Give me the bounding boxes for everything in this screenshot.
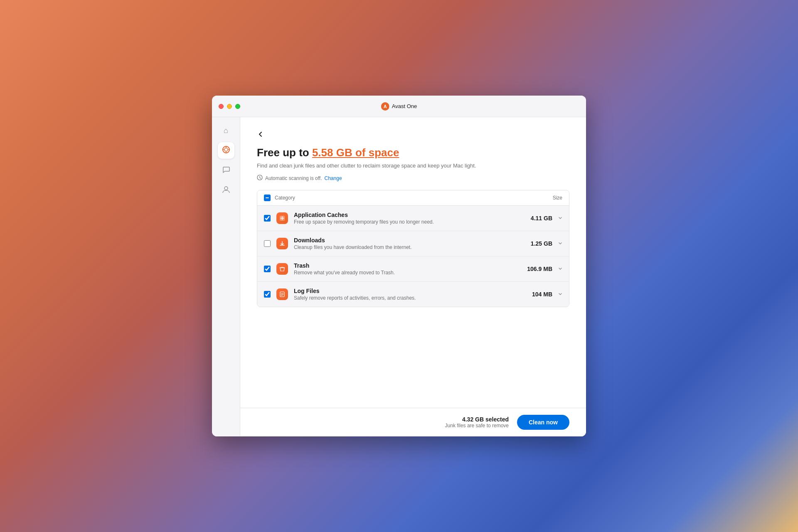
log-files-chevron[interactable] [557,291,562,298]
app-caches-icon [276,212,289,225]
sidebar-item-home[interactable]: ⌂ [218,122,234,139]
feedback-icon [222,165,230,176]
downloads-chevron[interactable] [557,241,562,247]
back-button[interactable] [257,131,264,138]
svg-point-3 [224,148,228,151]
svg-point-8 [224,187,228,190]
table-header: Category Size [257,190,569,206]
footer-info: 4.32 GB selected Junk files are safe to … [445,416,509,429]
table-header-left: Category [264,195,295,201]
sidebar-item-cleanup[interactable] [218,142,234,159]
log-files-text: Log Files Safely remove reports of activ… [294,288,532,301]
log-files-checkbox[interactable] [264,291,271,298]
table-row[interactable]: Application Caches Free up space by remo… [257,206,569,231]
minimize-button[interactable] [227,104,232,109]
trash-chevron[interactable] [557,266,562,272]
trash-checkbox[interactable] [264,266,271,272]
size-header-label: Size [553,195,562,201]
table-row[interactable]: Log Files Safely remove reports of activ… [257,282,569,307]
selected-size: 4.32 GB selected [445,416,509,423]
svg-text:A: A [384,104,387,109]
clean-now-button[interactable]: Clean now [517,415,569,430]
main-layout: ⌂ [212,117,586,436]
category-header-label: Category [275,195,295,201]
downloads-icon [276,237,289,250]
titlebar-center: A Avast One [381,102,417,111]
subtitle: Find and clean junk files and other clut… [257,163,569,169]
log-files-icon [276,288,289,301]
maximize-button[interactable] [235,104,240,109]
titlebar: A Avast One [212,96,586,117]
home-icon: ⌂ [224,126,228,135]
table-row[interactable]: Downloads Cleanup files you have downloa… [257,231,569,256]
clock-icon [257,175,263,182]
trash-icon [276,262,289,276]
account-icon [222,185,230,196]
category-table: Category Size [257,190,569,307]
sidebar: ⌂ [212,117,240,436]
cleanup-icon [222,145,230,156]
sidebar-item-feedback[interactable] [218,162,234,179]
content-area: Free up to 5.58 GB of space Find and cle… [240,117,586,436]
avast-logo-icon: A [381,102,389,111]
close-button[interactable] [219,104,224,109]
content-inner: Free up to 5.58 GB of space Find and cle… [240,117,586,408]
app-caches-checkbox[interactable] [264,215,271,222]
trash-text: Trash Remove what you've already moved t… [294,262,527,276]
auto-scan-notice: Automatic scanning is off. Change [257,175,569,182]
footer: 4.32 GB selected Junk files are safe to … [240,408,586,436]
app-caches-chevron[interactable] [557,215,562,222]
footer-note: Junk files are safe to remove [445,423,509,429]
app-caches-text: Application Caches Free up space by remo… [294,212,531,225]
table-row[interactable]: Trash Remove what you've already moved t… [257,256,569,282]
traffic-lights [219,104,240,109]
downloads-checkbox[interactable] [264,240,271,247]
titlebar-title: Avast One [392,103,417,109]
downloads-text: Downloads Cleanup files you have downloa… [294,237,531,250]
select-all-checkbox[interactable] [264,195,271,201]
app-window: A Avast One ⌂ [212,96,586,436]
page-title: Free up to 5.58 GB of space [257,146,569,159]
change-link[interactable]: Change [325,175,342,181]
sidebar-item-account[interactable] [218,182,234,199]
